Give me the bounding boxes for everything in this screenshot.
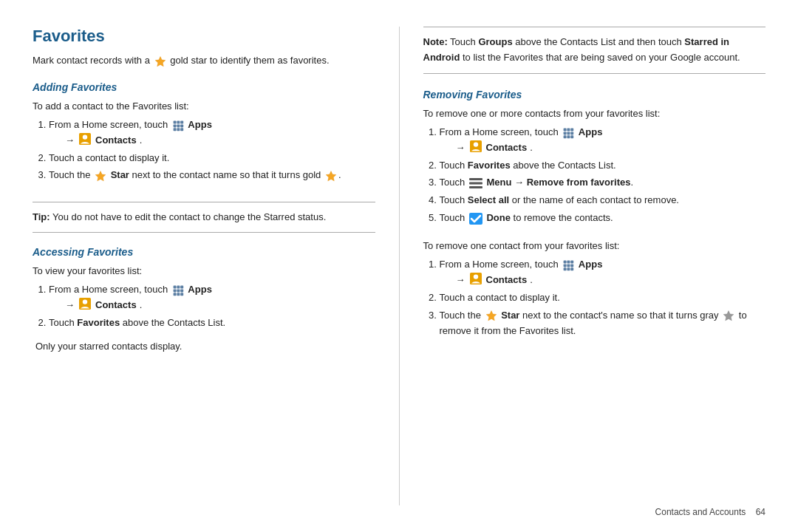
svg-rect-25 [564,128,567,131]
svg-rect-15 [177,285,180,288]
accessing-favorites-title: Accessing Favorites [33,246,375,258]
contacts-indent-4: → Contacts. [456,273,766,288]
tip-box: Tip: You do not have to edit the contact… [33,202,375,233]
contact-person-icon-3 [470,140,482,152]
svg-rect-3 [180,120,183,123]
arrow-symbol: → [65,133,75,149]
adding-steps-list: From a Home screen, touch Apps → [49,117,375,185]
contacts-label-2: Contacts [95,298,137,313]
svg-marker-52 [723,311,734,321]
page: Favorites Mark contact records with a go… [0,0,798,532]
svg-rect-47 [567,267,570,270]
menu-label: Menu [486,177,511,188]
removing-steps-2-list: From a Home screen, touch Apps → [440,257,766,341]
done-label: Done [486,212,511,223]
svg-marker-13 [326,171,336,181]
star-gold-result-icon [325,170,337,182]
svg-rect-46 [564,267,567,270]
svg-rect-6 [180,124,183,127]
svg-point-35 [473,142,477,146]
favorites-bold-2: Favorites [77,317,120,328]
arrow-symbol-2: → [65,298,75,313]
intro-text: Mark contact records with a gold star to… [33,53,375,68]
star-label: Star [111,169,129,180]
star-icon-step3 [95,170,106,182]
adding-step-1: From a Home screen, touch Apps → [49,117,375,149]
contacts-label-3: Contacts [486,140,528,156]
tip-label: Tip: [33,211,50,222]
apps-grid-icon-3 [562,127,574,139]
removing-step-1-4: Touch Select all or the name of each con… [440,193,766,208]
svg-marker-0 [155,56,166,66]
removing-favorites-title: Removing Favorites [423,89,766,100]
removing-steps-1-list: From a Home screen, touch Apps → [440,125,766,228]
svg-rect-45 [570,264,573,267]
svg-rect-36 [469,178,482,180]
removing-step-1-2: Touch Favorites above the Contacts List. [440,158,766,174]
svg-rect-20 [173,293,176,296]
star-icon-remove [485,310,497,321]
contacts-indent-2: → Contacts. [65,298,375,313]
svg-point-50 [473,275,477,279]
svg-rect-37 [469,183,482,185]
done-icon [469,213,482,225]
gold-star-icon [154,55,166,67]
apps-label: Apps [188,119,212,130]
contacts-indent: → Contacts. [65,133,375,149]
svg-rect-2 [177,120,180,123]
starred-in-android-bold: Starred in Android [423,36,730,63]
svg-point-11 [83,134,87,139]
left-column: Favorites Mark contact records with a go… [33,27,375,505]
accessing-intro: To view your favorites list: [33,264,375,279]
svg-rect-32 [567,135,570,138]
svg-rect-41 [567,261,570,264]
svg-rect-18 [177,289,180,292]
removing-step-1-3: Touch Menu → Remove from favorites. [440,175,766,191]
removing-intro-2: To remove one contact from your favorite… [423,239,766,253]
svg-rect-44 [567,264,570,267]
intro-text-2: gold star to identify them as favorites. [170,55,329,66]
svg-marker-51 [486,311,497,321]
star-gray-icon [723,310,734,321]
svg-rect-16 [180,285,183,288]
svg-rect-30 [570,132,573,134]
svg-rect-26 [567,128,570,131]
star-label-2: Star [501,310,519,321]
adding-step-2: Touch a contact to display it. [49,151,375,166]
note-label: Note: [423,36,448,47]
contact-person-icon-4 [470,273,482,284]
svg-rect-22 [180,293,183,296]
intro-text-1: Mark contact records with a [33,55,150,66]
apps-label-3: Apps [579,126,603,137]
apps-label-2: Apps [188,284,212,295]
svg-rect-1 [173,120,176,123]
svg-rect-7 [173,128,176,131]
accessing-step-2: Touch Favorites above the Contacts List. [49,316,375,331]
svg-marker-12 [95,171,106,181]
svg-rect-48 [570,267,573,270]
accessing-note: Only your starred contacts display. [35,339,375,354]
menu-icon [469,178,482,188]
apps-grid-icon [172,120,184,132]
svg-rect-9 [180,128,183,131]
svg-rect-31 [564,135,567,138]
svg-rect-38 [469,186,482,188]
svg-rect-8 [177,128,180,131]
apps-grid-icon-4 [562,259,574,271]
contacts-label-4: Contacts [486,273,528,288]
contact-person-icon-2 [79,298,91,310]
svg-rect-21 [177,293,180,296]
contact-person-icon [79,133,91,145]
svg-rect-33 [570,135,573,138]
removing-intro-1: To remove one or more contacts from your… [423,106,766,121]
remove-from-favorites-label: Remove from favorites [527,177,631,188]
page-title: Favorites [33,27,375,46]
contacts-label: Contacts [95,133,137,149]
adding-intro: To add a contact to the Favorites list: [33,99,375,114]
arrow-symbol-4: → [456,273,466,288]
right-column: Note: Touch Groups above the Contacts Li… [399,27,766,505]
svg-rect-17 [173,289,176,292]
accessing-steps-list: From a Home screen, touch Apps → [49,282,375,332]
arrow-symbol-3: → [456,140,466,156]
svg-rect-4 [173,124,176,127]
